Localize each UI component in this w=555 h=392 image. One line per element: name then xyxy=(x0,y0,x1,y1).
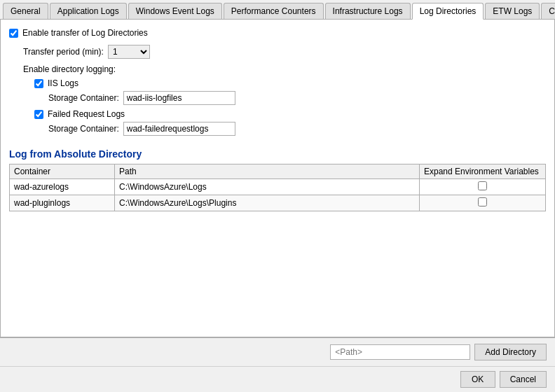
enable-label: Enable transfer of Log Directories xyxy=(22,28,148,38)
abs-dir-section: Log from Absolute Directory Container Pa… xyxy=(9,148,546,211)
enable-checkbox[interactable] xyxy=(9,29,18,38)
add-directory-button[interactable]: Add Directory xyxy=(474,344,547,360)
tab-general[interactable]: General xyxy=(3,3,48,19)
cell-container: wad-azurelogs xyxy=(10,179,115,195)
col-expand: Expand Environment Variables xyxy=(420,164,546,179)
path-input[interactable] xyxy=(330,344,470,360)
tab-crash-dumps[interactable]: Crash Dumps xyxy=(541,3,555,19)
failed-request-checkbox[interactable] xyxy=(34,110,43,119)
iis-logs-section: IIS Logs Storage Container: xyxy=(34,78,546,105)
tab-performance-counters[interactable]: Performance Counters xyxy=(224,3,324,19)
tab-bar: GeneralApplication LogsWindows Event Log… xyxy=(0,0,555,20)
failed-storage-input[interactable] xyxy=(123,122,235,136)
failed-request-label: Failed Request Logs xyxy=(48,109,125,119)
failed-request-header: Failed Request Logs xyxy=(34,109,546,119)
table-row: wad-pluginlogsC:\WindowsAzure\Logs\Plugi… xyxy=(10,195,546,211)
expand-checkbox-0[interactable] xyxy=(478,181,487,190)
tab-etw-logs[interactable]: ETW Logs xyxy=(485,3,540,19)
iis-logs-header: IIS Logs xyxy=(34,78,546,88)
transfer-row: Transfer period (min): 125101530 xyxy=(23,45,546,59)
iis-storage-row: Storage Container: xyxy=(48,91,546,105)
cell-expand xyxy=(420,195,546,211)
transfer-select[interactable]: 125101530 xyxy=(108,45,150,59)
ok-button[interactable]: OK xyxy=(460,371,495,388)
tab-windows-event-logs[interactable]: Windows Event Logs xyxy=(128,3,222,19)
expand-checkbox-1[interactable] xyxy=(478,197,487,206)
cell-container: wad-pluginlogs xyxy=(10,195,115,211)
cell-path: C:\WindowsAzure\Logs xyxy=(115,179,420,195)
bottom-panel: Add Directory xyxy=(0,337,555,366)
tab-log-directories[interactable]: Log Directories xyxy=(412,3,484,20)
iis-logs-checkbox[interactable] xyxy=(34,79,43,88)
table-row: wad-azurelogsC:\WindowsAzure\Logs xyxy=(10,179,546,195)
content-area: Enable transfer of Log Directories Trans… xyxy=(0,20,555,337)
cell-expand xyxy=(420,179,546,195)
col-path: Path xyxy=(115,164,420,179)
cell-path: C:\WindowsAzure\Logs\Plugins xyxy=(115,195,420,211)
iis-storage-label: Storage Container: xyxy=(48,93,119,103)
abs-dir-title: Log from Absolute Directory xyxy=(9,148,546,160)
failed-storage-row: Storage Container: xyxy=(48,122,546,136)
dir-table: Container Path Expand Environment Variab… xyxy=(9,164,546,211)
failed-request-section: Failed Request Logs Storage Container: xyxy=(34,109,546,136)
tab-application-logs[interactable]: Application Logs xyxy=(50,3,127,19)
enable-row: Enable transfer of Log Directories xyxy=(9,28,546,38)
cancel-button[interactable]: Cancel xyxy=(500,371,547,388)
iis-storage-input[interactable] xyxy=(123,91,235,105)
col-container: Container xyxy=(10,164,115,179)
transfer-label: Transfer period (min): xyxy=(23,47,104,57)
failed-storage-label: Storage Container: xyxy=(48,124,119,134)
footer-row: OK Cancel xyxy=(0,366,555,392)
iis-logs-label: IIS Logs xyxy=(48,78,78,88)
tab-infrastructure-logs[interactable]: Infrastructure Logs xyxy=(325,3,411,19)
dir-logging-label: Enable directory logging: xyxy=(23,64,546,74)
